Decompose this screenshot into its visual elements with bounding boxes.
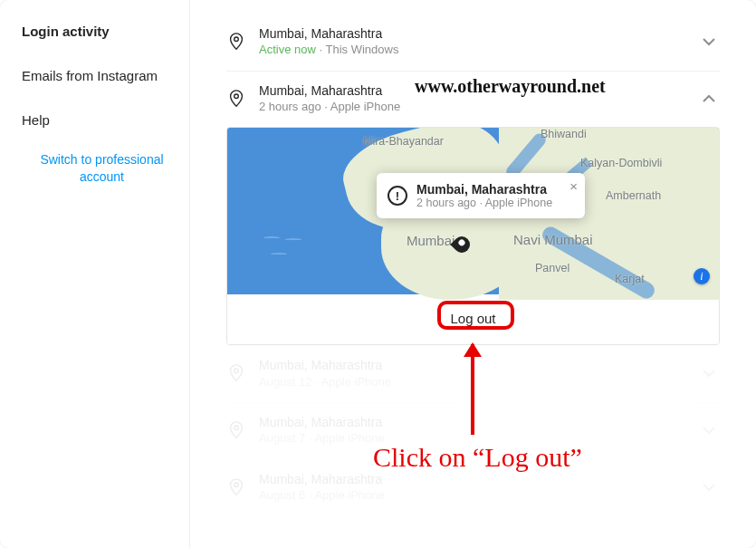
location-pin-icon bbox=[226, 477, 246, 497]
logout-button[interactable]: Log out bbox=[441, 307, 504, 330]
session-map[interactable]: Mira-Bhayandar Bhiwandi Kalyan-Dombivli … bbox=[227, 128, 719, 294]
session-location: Mumbai, Maharashtra bbox=[259, 25, 698, 42]
svg-point-3 bbox=[234, 426, 239, 430]
sidebar-item-emails[interactable]: Emails from Instagram bbox=[22, 62, 182, 89]
annotation-arrow bbox=[471, 344, 474, 435]
location-pin-icon bbox=[226, 32, 246, 52]
map-label: Ambernath bbox=[606, 189, 661, 202]
session-meta: 2 hours ago · Apple iPhone bbox=[259, 99, 698, 115]
map-label: Karjat bbox=[615, 273, 645, 285]
session-meta: Active now · This Windows bbox=[259, 42, 698, 58]
map-label: Panvel bbox=[535, 262, 569, 274]
chevron-down-icon[interactable] bbox=[698, 419, 720, 441]
svg-point-1 bbox=[234, 94, 239, 99]
popup-close-icon[interactable]: × bbox=[569, 178, 578, 194]
annotation-url: www.otherwayround.net bbox=[415, 76, 606, 97]
chevron-down-icon[interactable] bbox=[698, 362, 720, 384]
alert-icon: ! bbox=[388, 186, 407, 206]
map-label: Kalyan-Dombivli bbox=[580, 157, 662, 169]
session-detail-panel: Mira-Bhayandar Bhiwandi Kalyan-Dombivli … bbox=[226, 127, 720, 345]
map-label: Mumbai bbox=[407, 233, 455, 248]
switch-account-link[interactable]: Switch to professional account bbox=[22, 151, 182, 186]
map-label: Bhiwandi bbox=[541, 128, 587, 140]
svg-point-4 bbox=[234, 483, 239, 487]
location-pin-icon bbox=[226, 363, 246, 383]
location-pin-icon bbox=[226, 420, 246, 440]
location-pin-icon bbox=[226, 89, 246, 109]
sidebar: Login activity Emails from Instagram Hel… bbox=[0, 0, 190, 548]
map-label: Mira-Bhayandar bbox=[363, 135, 444, 148]
sidebar-item-login-activity[interactable]: Login activity bbox=[22, 18, 182, 44]
chevron-up-icon[interactable] bbox=[698, 88, 720, 110]
svg-point-0 bbox=[234, 37, 239, 42]
chevron-down-icon[interactable] bbox=[698, 31, 720, 53]
chevron-down-icon[interactable] bbox=[698, 476, 720, 498]
sidebar-item-help[interactable]: Help bbox=[22, 107, 182, 133]
map-label: Navi Mumbai bbox=[513, 232, 593, 247]
popup-title: Mumbai, Maharashtra bbox=[416, 182, 552, 197]
logout-row: Log out bbox=[227, 294, 719, 344]
popup-subtitle: 2 hours ago · Apple iPhone bbox=[416, 197, 552, 209]
annotation-callout: Click on “Log out” bbox=[373, 442, 582, 473]
svg-point-2 bbox=[234, 369, 239, 373]
active-now-badge: Active now bbox=[259, 43, 316, 56]
session-row-current: Mumbai, Maharashtra Active now · This Wi… bbox=[226, 14, 720, 71]
map-popup: ! Mumbai, Maharashtra 2 hours ago · Appl… bbox=[377, 173, 585, 218]
